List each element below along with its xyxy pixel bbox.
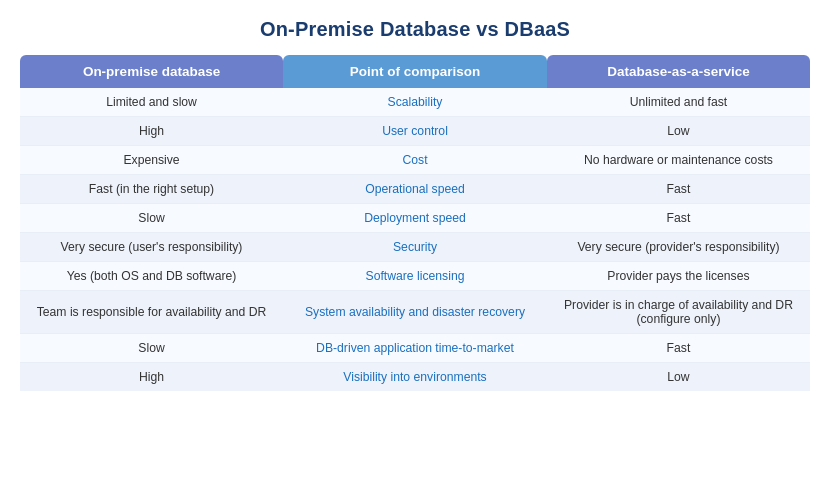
table-row: Fast (in the right setup)Operational spe… xyxy=(20,175,810,204)
cell-comparison: Deployment speed xyxy=(283,204,547,233)
cell-dbaas: Provider pays the licenses xyxy=(547,262,810,291)
table-row: Yes (both OS and DB software)Software li… xyxy=(20,262,810,291)
cell-on-premise: Yes (both OS and DB software) xyxy=(20,262,283,291)
cell-on-premise: Slow xyxy=(20,334,283,363)
comparison-table: On-premise database Point of comparison … xyxy=(20,55,810,391)
cell-comparison: Visibility into environments xyxy=(283,363,547,391)
cell-comparison: Operational speed xyxy=(283,175,547,204)
cell-dbaas: Fast xyxy=(547,175,810,204)
cell-on-premise: High xyxy=(20,117,283,146)
table-row: ExpensiveCostNo hardware or maintenance … xyxy=(20,146,810,175)
cell-comparison: Scalability xyxy=(283,88,547,117)
cell-dbaas: Very secure (provider's responsibility) xyxy=(547,233,810,262)
cell-on-premise: High xyxy=(20,363,283,391)
cell-dbaas: Unlimited and fast xyxy=(547,88,810,117)
cell-on-premise: Limited and slow xyxy=(20,88,283,117)
cell-on-premise: Fast (in the right setup) xyxy=(20,175,283,204)
table-row: SlowDB-driven application time-to-market… xyxy=(20,334,810,363)
cell-on-premise: Very secure (user's responsibility) xyxy=(20,233,283,262)
cell-dbaas: Fast xyxy=(547,334,810,363)
header-on-premise: On-premise database xyxy=(20,55,283,88)
cell-comparison: Software licensing xyxy=(283,262,547,291)
cell-on-premise: Expensive xyxy=(20,146,283,175)
page-title: On-Premise Database vs DBaaS xyxy=(260,18,570,41)
cell-on-premise: Slow xyxy=(20,204,283,233)
cell-dbaas: Provider is in charge of availability an… xyxy=(547,291,810,334)
table-row: Very secure (user's responsibility)Secur… xyxy=(20,233,810,262)
cell-on-premise: Team is responsible for availability and… xyxy=(20,291,283,334)
cell-comparison: User control xyxy=(283,117,547,146)
table-row: HighUser controlLow xyxy=(20,117,810,146)
header-dbaas: Database-as-a-service xyxy=(547,55,810,88)
comparison-table-wrap: On-premise database Point of comparison … xyxy=(20,55,810,391)
table-row: HighVisibility into environmentsLow xyxy=(20,363,810,391)
cell-comparison: Cost xyxy=(283,146,547,175)
cell-comparison: DB-driven application time-to-market xyxy=(283,334,547,363)
cell-comparison: System availability and disaster recover… xyxy=(283,291,547,334)
cell-dbaas: Low xyxy=(547,363,810,391)
cell-dbaas: No hardware or maintenance costs xyxy=(547,146,810,175)
table-row: Team is responsible for availability and… xyxy=(20,291,810,334)
cell-dbaas: Fast xyxy=(547,204,810,233)
cell-comparison: Security xyxy=(283,233,547,262)
table-row: Limited and slowScalabilityUnlimited and… xyxy=(20,88,810,117)
cell-dbaas: Low xyxy=(547,117,810,146)
header-comparison: Point of comparison xyxy=(283,55,547,88)
table-row: SlowDeployment speedFast xyxy=(20,204,810,233)
